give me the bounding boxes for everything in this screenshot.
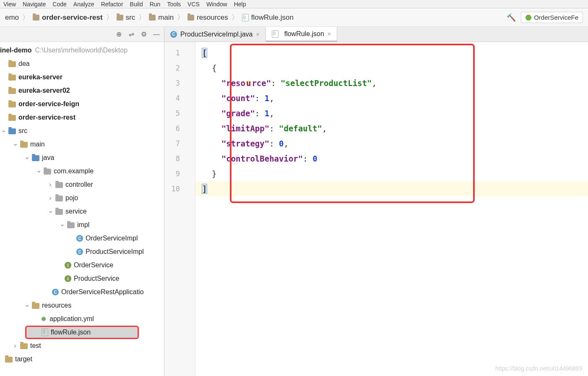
menu-analyze[interactable]: Analyze [73, 1, 94, 8]
chevron-down-icon[interactable] [23, 154, 30, 162]
tree-node-src[interactable]: src [0, 124, 164, 138]
spring-boot-icon [526, 15, 531, 21]
tree-node-eureka-server[interactable]: eureka-server [0, 70, 164, 84]
menu-view[interactable]: View [3, 1, 16, 8]
class-runnable-icon: C [52, 289, 59, 295]
class-icon: C [170, 31, 177, 38]
tree-node-controller[interactable]: controller [0, 178, 164, 191]
breadcrumb-src[interactable]: src [117, 13, 135, 22]
tree-node-target[interactable]: target [0, 352, 164, 366]
tree-node-application-yml[interactable]: application.yml [0, 312, 164, 326]
tree-node-java[interactable]: java [0, 151, 164, 164]
chevron-down-icon[interactable] [12, 141, 18, 149]
breadcrumb-main[interactable]: main [149, 13, 174, 22]
editor-area: C ProductServiceImpl.java × flowRule.jso… [164, 27, 588, 376]
menu-tools[interactable]: Tools [167, 1, 181, 8]
tree-node-test[interactable]: test [0, 339, 164, 352]
project-tree[interactable]: inel-demo C:\Users\mrhelloworld\Desktop … [0, 42, 164, 376]
menu-window[interactable]: Window [206, 1, 227, 8]
breadcrumb-resources[interactable]: resources [187, 13, 228, 22]
breadcrumb-module[interactable]: order-service-rest [33, 13, 103, 22]
chevron-right-icon[interactable] [47, 181, 54, 188]
run-configuration-selector[interactable]: OrderServiceFe [521, 12, 583, 23]
tree-node-productservice[interactable]: IProductService [0, 272, 164, 285]
chevron-right-icon[interactable] [12, 342, 18, 350]
tree-node-idea[interactable]: dea [0, 57, 164, 70]
gear-icon[interactable]: ⚙ [140, 30, 148, 39]
tree-node-productserviceimpl[interactable]: CProductServiceImpl [0, 245, 164, 258]
tree-node-orderserviceimpl[interactable]: COrderServiceImpl [0, 232, 164, 245]
breadcrumb-root[interactable]: emo [5, 13, 19, 22]
collapse-icon[interactable]: ⇌ [127, 30, 135, 39]
folder-icon [149, 15, 156, 21]
folder-icon [187, 15, 194, 21]
interface-icon: I [65, 275, 71, 282]
watermark: https://blog.csdn.net/u014496893 [495, 365, 582, 372]
json-file-icon [242, 14, 249, 21]
editor-content[interactable]: 1 2 3 4 5 6 7 8 9 10 [ { "resource": "se… [164, 42, 588, 376]
yml-file-icon [40, 315, 47, 323]
json-file-icon [272, 30, 278, 38]
tree-node-pojo[interactable]: pojo [0, 191, 164, 205]
chevron-right-icon[interactable] [47, 194, 54, 202]
tree-node-impl[interactable]: impl [0, 218, 164, 232]
interface-icon: I [65, 262, 71, 269]
tree-node-eureka-server02[interactable]: eureka-server02 [0, 84, 164, 97]
class-icon: C [76, 235, 83, 242]
line-gutter: 1 2 3 4 5 6 7 8 9 10 [164, 42, 195, 376]
close-icon[interactable]: × [328, 31, 331, 37]
menu-refactor[interactable]: Refactor [101, 1, 123, 8]
scroll-target-icon[interactable]: ⊕ [114, 30, 123, 39]
editor-tabs: C ProductServiceImpl.java × flowRule.jso… [164, 27, 588, 42]
chevron-down-icon[interactable] [47, 208, 54, 216]
tree-node-application[interactable]: COrderServiceRestApplicatio [0, 285, 164, 299]
json-file-icon [42, 329, 48, 336]
tab-flowrule-json[interactable]: flowRule.json × [266, 27, 337, 42]
close-icon[interactable]: × [256, 31, 260, 38]
project-panel: ⊕ ⇌ ⚙ — inel-demo C:\Users\mrhelloworld\… [0, 27, 164, 376]
tree-node-order-service-rest[interactable]: order-service-rest [0, 111, 164, 124]
tree-node-resources[interactable]: resources [0, 299, 164, 312]
project-toolbar: ⊕ ⇌ ⚙ — [0, 27, 164, 42]
menu-bar: View Navigate Code Analyze Refactor Buil… [0, 0, 588, 8]
chevron-down-icon[interactable] [23, 302, 30, 310]
menu-build[interactable]: Build [130, 1, 143, 8]
hide-icon[interactable]: — [152, 30, 161, 39]
build-icon[interactable]: 🔨 [507, 13, 516, 22]
tree-root[interactable]: inel-demo C:\Users\mrhelloworld\Desktop [0, 44, 164, 57]
menu-vcs[interactable]: VCS [187, 1, 200, 8]
menu-code[interactable]: Code [52, 1, 66, 8]
tree-node-main[interactable]: main [0, 138, 164, 151]
tree-node-flowrule-json[interactable]: flowRule.json [25, 326, 139, 339]
tree-node-orderservice[interactable]: IOrderService [0, 258, 164, 272]
chevron-down-icon[interactable] [0, 127, 7, 135]
folder-icon [117, 15, 123, 21]
menu-navigate[interactable]: Navigate [23, 1, 46, 8]
menu-run[interactable]: Run [150, 1, 161, 8]
folder-icon [33, 15, 39, 21]
tree-node-package[interactable]: com.example [0, 164, 164, 178]
breadcrumb-file[interactable]: flowRule.json [242, 13, 294, 22]
breadcrumb: emo 〉 order-service-rest 〉 src 〉 main 〉 … [0, 8, 588, 27]
tree-node-order-service-feign[interactable]: order-service-feign [0, 97, 164, 111]
menu-help[interactable]: Help [234, 1, 246, 8]
chevron-down-icon[interactable] [59, 221, 65, 229]
chevron-down-icon[interactable] [35, 167, 42, 175]
tab-productserviceimpl[interactable]: C ProductServiceImpl.java × [164, 27, 266, 42]
tree-node-service[interactable]: service [0, 205, 164, 218]
class-icon: C [76, 248, 83, 255]
code-text[interactable]: [ { "resource": "selectProductList", "co… [195, 42, 588, 376]
